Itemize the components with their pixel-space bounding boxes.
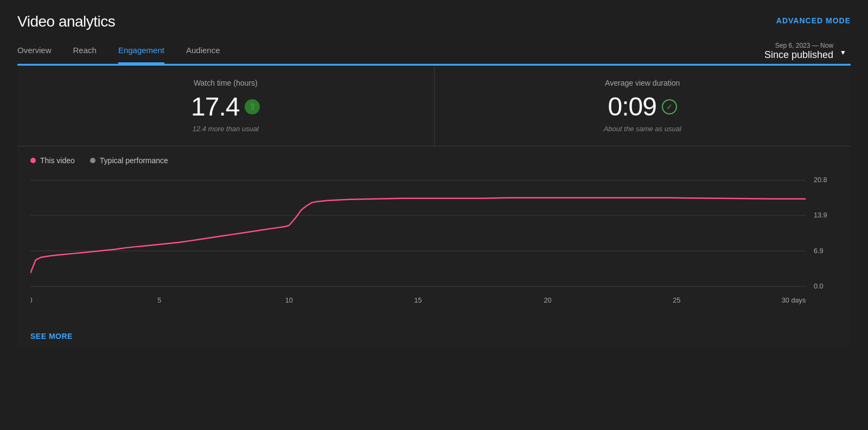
tab-overview[interactable]: Overview xyxy=(17,39,52,64)
tab-reach[interactable]: Reach xyxy=(73,39,97,64)
date-range-title: Since published xyxy=(764,49,833,61)
legend-typical: Typical performance xyxy=(90,156,168,165)
watch-time-value-row: 17.4 ⇧ xyxy=(191,92,260,121)
svg-text:20.8: 20.8 xyxy=(814,176,827,184)
svg-text:5: 5 xyxy=(157,296,161,304)
date-range-selector[interactable]: Sep 6, 2023 — Now Since published ▼ xyxy=(760,40,851,63)
avg-view-same-icon: ✓ xyxy=(662,99,677,114)
svg-text:0.0: 0.0 xyxy=(814,282,824,290)
tab-engagement[interactable]: Engagement xyxy=(118,39,164,64)
svg-text:30 days: 30 days xyxy=(782,296,806,304)
svg-text:15: 15 xyxy=(414,296,422,304)
avg-view-label: Average view duration xyxy=(605,79,680,87)
chart-svg: 20.8 13.9 6.9 0.0 0 5 10 15 20 25 30 day… xyxy=(30,174,838,315)
watch-time-card: Watch time (hours) 17.4 ⇧ 12.4 more than… xyxy=(17,66,435,146)
avg-view-card: Average view duration 0:09 ✓ About the s… xyxy=(435,66,851,146)
stats-row: Watch time (hours) 17.4 ⇧ 12.4 more than… xyxy=(17,66,851,146)
chevron-down-icon: ▼ xyxy=(840,49,846,56)
date-range-text: Sep 6, 2023 — Now Since published xyxy=(764,42,833,61)
advanced-mode-button[interactable]: ADVANCED MODE xyxy=(776,16,851,25)
svg-text:13.9: 13.9 xyxy=(814,211,827,219)
svg-text:6.9: 6.9 xyxy=(814,247,824,255)
watch-time-label: Watch time (hours) xyxy=(194,79,258,87)
avg-view-value: 0:09 xyxy=(608,92,656,121)
chart-container: 20.8 13.9 6.9 0.0 0 5 10 15 20 25 30 day… xyxy=(17,169,851,325)
content-area: Watch time (hours) 17.4 ⇧ 12.4 more than… xyxy=(17,64,851,347)
tabs-row: Overview Reach Engagement Audience Sep 6… xyxy=(17,39,851,64)
tab-audience[interactable]: Audience xyxy=(186,39,220,64)
svg-text:20: 20 xyxy=(544,296,551,304)
avg-view-subtext: About the same as usual xyxy=(604,125,681,133)
page-title: Video analytics xyxy=(17,13,115,30)
see-more-button[interactable]: SEE MORE xyxy=(17,325,86,347)
date-range-subtitle: Sep 6, 2023 — Now xyxy=(764,42,833,49)
svg-text:0: 0 xyxy=(30,296,33,304)
tabs: Overview Reach Engagement Audience xyxy=(17,39,220,63)
legend-this-video-label: This video xyxy=(40,156,75,165)
watch-time-value: 17.4 xyxy=(191,92,239,121)
header: Video analytics ADVANCED MODE xyxy=(17,13,851,30)
legend-dot-pink xyxy=(30,158,36,163)
watch-time-subtext: 12.4 more than usual xyxy=(193,125,259,133)
this-video-line xyxy=(30,198,806,273)
legend-dot-gray xyxy=(90,158,95,163)
chart-legend: This video Typical performance xyxy=(17,146,851,169)
legend-typical-label: Typical performance xyxy=(100,156,168,165)
svg-text:25: 25 xyxy=(673,296,680,304)
avg-view-value-row: 0:09 ✓ xyxy=(608,92,677,121)
page-container: Video analytics ADVANCED MODE Overview R… xyxy=(0,0,868,430)
watch-time-up-icon: ⇧ xyxy=(245,99,260,114)
svg-text:10: 10 xyxy=(285,296,293,304)
legend-this-video: This video xyxy=(30,156,75,165)
